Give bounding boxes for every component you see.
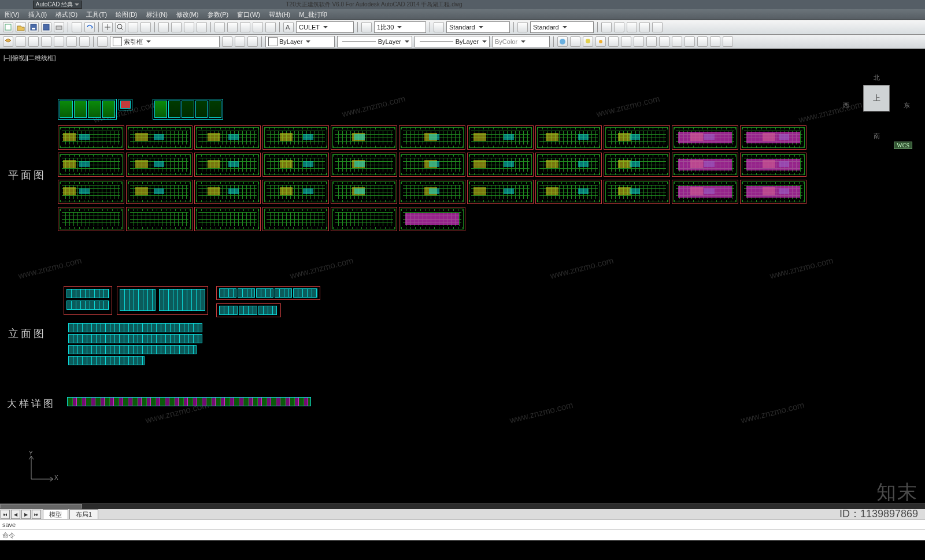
menu-batchplot[interactable]: M_批打印 <box>295 9 330 20</box>
plot-icon[interactable] <box>54 22 64 32</box>
menu-draw[interactable]: 绘图(D) <box>112 9 140 20</box>
view-cube[interactable]: 北 南 西 东 上 WCS <box>842 72 911 142</box>
plan-sheet <box>740 125 806 150</box>
sun-icon[interactable] <box>595 36 606 47</box>
layer-combo[interactable]: 索引框 <box>110 36 220 47</box>
light-5-icon[interactable] <box>684 36 695 47</box>
table-style-icon[interactable] <box>517 22 528 32</box>
plan-sheet <box>399 153 465 177</box>
layer-filter-icon[interactable] <box>97 36 108 47</box>
save-icon[interactable] <box>28 22 39 32</box>
horizontal-scrollbar[interactable] <box>0 503 925 509</box>
workspace-switcher[interactable]: AutoCAD 经典 <box>33 1 82 9</box>
vp-config-icon[interactable] <box>652 22 663 32</box>
layer-on-icon[interactable] <box>79 36 90 47</box>
tab-last-icon[interactable]: ⏭ <box>32 510 41 519</box>
layer-walk-icon[interactable] <box>235 36 245 47</box>
watermark: www.znzmo.com <box>769 255 834 281</box>
saveas-icon[interactable] <box>41 22 51 32</box>
layer-freeze-icon[interactable] <box>54 36 64 47</box>
mirror-icon[interactable] <box>240 22 250 32</box>
light-3-icon[interactable] <box>659 36 669 47</box>
plotstyle-combo[interactable]: ByColor <box>492 36 550 47</box>
menu-window[interactable]: 窗口(W) <box>234 9 264 20</box>
layer-iso-icon[interactable] <box>41 36 51 47</box>
open-icon[interactable] <box>16 22 26 32</box>
tab-prev-icon[interactable]: ◀ <box>11 510 20 519</box>
layer-off-icon[interactable] <box>66 36 77 47</box>
zoom-previous-icon[interactable] <box>140 22 151 32</box>
lineweight-combo[interactable]: ByLayer <box>415 36 490 47</box>
light-4-icon[interactable] <box>672 36 682 47</box>
new-icon[interactable] <box>3 22 13 32</box>
match-props-icon[interactable] <box>197 22 207 32</box>
light-2-icon[interactable] <box>646 36 657 47</box>
redo-icon[interactable] <box>84 22 95 32</box>
layer-match-icon[interactable] <box>247 36 258 47</box>
zoom-extents-icon[interactable] <box>128 22 138 32</box>
model-viewport[interactable]: [–][俯视][二维线框] www.znzmo.com www.znzmo.co… <box>0 49 925 540</box>
erase-icon[interactable] <box>214 22 225 32</box>
light-8-icon[interactable] <box>723 36 733 47</box>
menu-help[interactable]: 帮助(H) <box>265 9 294 20</box>
cut-icon[interactable] <box>158 22 169 32</box>
vp-two-icon[interactable] <box>614 22 624 32</box>
vp-three-icon[interactable] <box>627 22 637 32</box>
tablestyle-combo[interactable]: Standard <box>530 21 594 33</box>
view-cube-face[interactable]: 上 <box>863 85 890 112</box>
tab-layout1[interactable]: 布局1 <box>69 509 98 520</box>
color-combo[interactable]: ByLayer <box>265 36 335 47</box>
textstyle-combo[interactable]: CULET <box>296 21 354 33</box>
toolbar-row-2: 索引框 ByLayer ByLayer ByLayer ByColor <box>0 35 925 49</box>
plan-sheet <box>331 207 397 231</box>
menu-dim[interactable]: 标注(N) <box>143 9 171 20</box>
undo-icon[interactable] <box>72 22 82 32</box>
menu-format[interactable]: 格式(O) <box>52 9 81 20</box>
dim-style-icon[interactable] <box>361 22 372 32</box>
menu-modify[interactable]: 修改(M) <box>173 9 202 20</box>
section-label-elev: 立面图 <box>8 327 46 340</box>
bulb-icon[interactable] <box>583 36 593 47</box>
offset-icon[interactable] <box>253 22 263 32</box>
copy-icon[interactable] <box>171 22 182 32</box>
svg-rect-4 <box>56 26 62 29</box>
command-input[interactable]: 命令 <box>0 529 925 540</box>
wcs-badge[interactable]: WCS <box>894 142 912 149</box>
layer-color-swatch <box>113 37 122 46</box>
light-1-icon[interactable] <box>634 36 644 47</box>
layer-manager-icon[interactable] <box>3 36 13 47</box>
vp-four-icon[interactable] <box>639 22 650 32</box>
plan-sheet <box>262 207 329 231</box>
viewport-label[interactable]: [–][俯视][二维线框] <box>3 54 56 62</box>
light-6-icon[interactable] <box>697 36 708 47</box>
tab-next-icon[interactable]: ▶ <box>21 510 31 519</box>
menu-tools[interactable]: 工具(T) <box>83 9 110 20</box>
menu-param[interactable]: 参数(P) <box>204 9 232 20</box>
make-current-icon[interactable] <box>222 36 232 47</box>
paste-icon[interactable] <box>184 22 194 32</box>
tab-model[interactable]: 模型 <box>43 509 68 520</box>
text-style-icon[interactable]: A <box>283 22 294 32</box>
freeze-icon[interactable] <box>608 36 619 47</box>
linetype-combo[interactable]: ByLayer <box>337 36 412 47</box>
menu-insert[interactable]: 插入(I) <box>25 9 50 20</box>
titlebar: AutoCAD 经典 T20天正建筑软件 V6.0 For Autodesk A… <box>0 0 925 9</box>
tab-first-icon[interactable]: ⏮ <box>1 510 10 519</box>
zoom-window-icon[interactable] <box>115 22 125 32</box>
dimstyle-combo[interactable]: Standard <box>446 21 510 33</box>
copy2-icon[interactable] <box>227 22 238 32</box>
pan-icon[interactable] <box>102 22 113 32</box>
dimstyle-mgr-icon[interactable] <box>434 22 444 32</box>
layer-states-icon[interactable] <box>16 36 26 47</box>
dimscale-combo[interactable]: 1比30 <box>374 21 426 33</box>
menu-view[interactable]: 图(V) <box>1 9 23 20</box>
light-7-icon[interactable] <box>710 36 720 47</box>
layer-prev-icon[interactable] <box>28 36 39 47</box>
visualstyle-icon[interactable] <box>570 36 580 47</box>
lock-icon[interactable] <box>621 36 631 47</box>
render-icon[interactable] <box>557 36 568 47</box>
plan-sheet <box>672 125 738 150</box>
plan-sheet <box>467 125 534 150</box>
array-icon[interactable] <box>265 22 276 32</box>
vp-single-icon[interactable] <box>601 22 612 32</box>
